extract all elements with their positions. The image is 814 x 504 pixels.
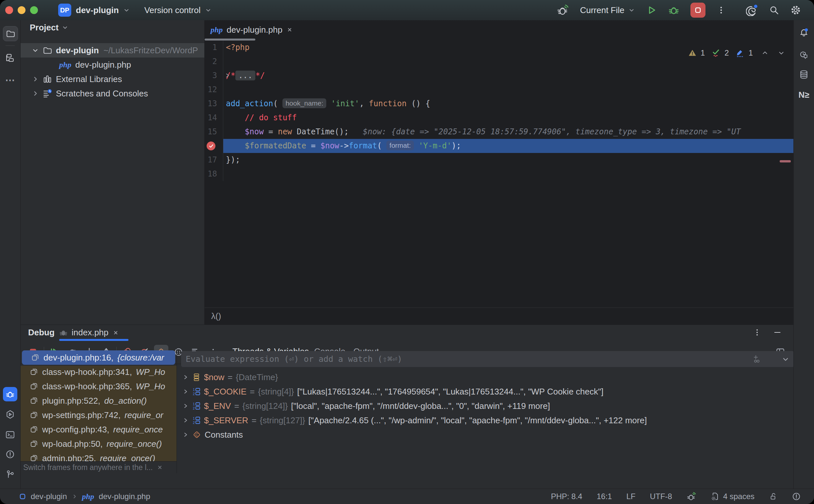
project-tool-button[interactable] [3,26,18,41]
debug-tool-button[interactable] [3,387,17,401]
chevron-down-icon[interactable] [32,47,39,54]
variables-panel[interactable]: Evaluate expression (⏎) or add a watch (… [177,348,793,489]
encoding-widget[interactable]: UTF-8 [650,492,672,501]
settings-gear-icon[interactable] [790,5,801,15]
breadcrumb-lambda[interactable]: λ() [211,311,221,321]
frame-row[interactable]: plugin.php:522,do_action() [21,394,177,408]
next-problem-icon[interactable] [778,49,785,57]
code-line-14[interactable]: 14 // do stuff [205,111,793,125]
ai-assistant-icon[interactable] [746,4,758,16]
frame-row[interactable]: wp-settings.php:742,require_or [21,408,177,422]
breadcrumb-file[interactable]: dev-plugin.php [99,492,150,501]
variable-row[interactable]: $now={DateTime} [177,370,793,384]
debug-button[interactable] [668,5,679,16]
project-avatar[interactable]: DP [58,4,71,17]
code-line-15[interactable]: 15 $now = new DateTime(); $now: {date =>… [205,125,793,139]
debug-session-tab[interactable]: index.php [59,328,119,338]
close-icon[interactable] [112,329,119,336]
variable-type: {string[124]} [243,401,288,411]
chevron-right-icon[interactable] [32,76,39,83]
lock-icon[interactable] [769,492,777,501]
frame-row[interactable]: dev-plugin.php:16,{closure:/var [22,350,175,365]
chevron-right-icon[interactable] [182,403,189,409]
breadcrumb-project[interactable]: dev-plugin [31,492,67,501]
editor-tab-dev-plugin[interactable]: php dev-plugin.php [205,20,299,39]
tree-row-scratches[interactable]: Scratches and Consoles [21,86,204,101]
frame-row[interactable]: admin.php:25,require_once() [21,451,177,461]
indent-widget[interactable]: 4 spaces [711,492,755,501]
stop-button[interactable] [690,3,705,18]
code-line-3[interactable]: 3/*...*/ [205,69,793,83]
code-viewport[interactable]: 1<?php23/*...*/1213add_action( hook_name… [205,41,793,181]
inspections-widget[interactable]: 1 2 1 [688,48,785,58]
more-actions-kebab-icon[interactable] [717,6,726,15]
run-button[interactable] [646,5,657,16]
frame-row[interactable]: class-wp-hook.php:341,WP_Ho [21,365,177,379]
frame-row[interactable]: wp-load.php:50,require_once() [21,437,177,451]
code-line-13[interactable]: 13add_action( hook_name: 'init', functio… [205,97,793,111]
code-line-18[interactable]: 18 [205,167,793,181]
hide-panel-icon[interactable] [773,328,782,337]
close-icon[interactable] [286,26,293,33]
prev-problem-icon[interactable] [761,49,769,57]
variable-row[interactable]: 12$_SERVER={string[127]}["Apache/2.4.65 … [177,413,793,428]
tree-row-external-libraries[interactable]: External Libraries [21,72,204,86]
chevron-right-icon[interactable] [182,431,189,438]
chevron-right-icon[interactable] [182,388,189,395]
fold-arrow-icon[interactable] [224,69,231,79]
add-watch-icon[interactable] [753,355,762,364]
structure-tool-button[interactable] [3,51,17,65]
frames-panel[interactable]: dev-plugin.php:16,{closure:/varclass-wp-… [21,348,177,461]
editor-tab-label: dev-plugin.php [227,25,282,35]
terminal-icon [5,430,15,440]
caret-position-widget[interactable]: 16:1 [597,492,612,501]
evaluate-expression-input[interactable]: Evaluate expression (⏎) or add a watch (… [181,351,793,367]
frame-row[interactable]: class-wp-hook.php:365,WP_Ho [21,379,177,394]
line-separator-widget[interactable]: LF [626,492,636,501]
stack-frame-icon [30,368,38,376]
debug-options-kebab-icon[interactable] [753,328,761,337]
code-line-12[interactable]: 12 [205,83,793,97]
frames-banner: Switch frames from anywhere in the l... [21,461,177,473]
notifications-status-icon[interactable] [792,492,801,501]
minimize-window-button[interactable] [18,6,25,14]
object-icon [192,373,201,381]
tree-row-project-root[interactable]: dev-plugin ~/LukasFritzeDev/WordP [21,43,204,58]
maximize-window-button[interactable] [30,6,38,14]
run-configuration-select[interactable]: Current File [580,5,635,15]
error-stripe-mark[interactable] [780,160,791,162]
frame-row[interactable]: wp-config.php:43,require_once [21,422,177,437]
code-line-17[interactable]: 17}); [205,153,793,167]
chevron-right-icon[interactable] [182,374,189,380]
ai-chat-tool-button[interactable] [797,47,811,61]
warning-icon [688,49,697,57]
project-menu[interactable]: dev-plugin [76,5,119,15]
project-panel-header[interactable]: Project [21,20,204,35]
tree-row-php-file[interactable]: php dev-plugin.php [21,58,204,72]
close-icon[interactable] [157,464,163,471]
php-version-widget[interactable]: PHP: 8.4 [551,492,582,501]
breakpoint-icon[interactable] [207,142,215,150]
services-icon [5,410,15,419]
chevron-right-icon[interactable] [32,90,39,97]
array-icon: 12 [192,387,201,396]
version-control-menu[interactable]: Version control [144,5,200,15]
chevron-right-icon[interactable] [182,417,189,424]
chevron-down-icon[interactable] [782,355,789,363]
search-everywhere-icon[interactable] [769,5,779,15]
services-tool-button[interactable] [3,407,17,422]
variable-row[interactable]: 12$_COOKIE={string[4]}["Lukas|176513244.… [177,384,793,399]
variable-row[interactable]: 12$_ENV={string[124]}["local", "apache-f… [177,399,793,413]
code-line-16[interactable]: $formatedDate = $now->format( format: 'Y… [205,139,793,153]
variable-row[interactable]: CConstants [177,428,793,442]
notifications-tool-button[interactable] [797,25,811,40]
notes-tool-button[interactable]: N≥ [797,88,811,102]
listen-debug-connections-icon[interactable] [557,4,569,16]
close-window-button[interactable] [5,6,13,14]
problems-tool-button[interactable] [3,447,17,462]
listen-debug-icon[interactable] [687,492,696,501]
git-tool-button[interactable] [3,467,17,482]
terminal-tool-button[interactable] [3,428,17,442]
more-tool-windows-button[interactable]: ⋯ [3,73,17,87]
database-tool-button[interactable] [797,67,811,82]
